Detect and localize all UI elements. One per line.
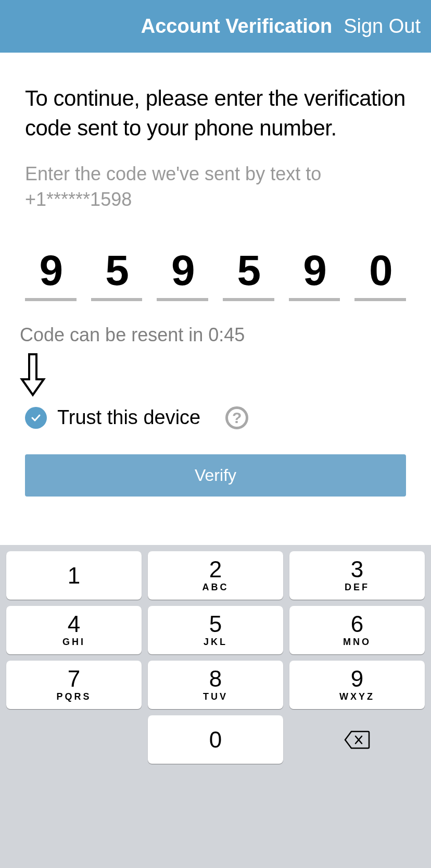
keypad-digit: 5 xyxy=(209,613,222,636)
phone-hint-text: Enter the code we've sent by text to +1*… xyxy=(25,162,406,212)
arrow-down-icon xyxy=(20,353,46,397)
keypad-letters: JKL xyxy=(204,637,227,648)
keypad-letters: MNO xyxy=(343,637,371,648)
resend-countdown-text: Code can be resent in 0:45 xyxy=(20,324,406,346)
page-title: Account Verification xyxy=(141,15,332,38)
code-digit-2[interactable]: 5 xyxy=(91,246,143,301)
keypad-key-6[interactable]: 6MNO xyxy=(289,606,425,654)
trust-device-row: Trust this device ? xyxy=(25,406,406,429)
keypad-key-0[interactable]: 0 xyxy=(148,715,283,764)
keypad-letters: DEF xyxy=(345,582,370,593)
keypad-letters: WXYZ xyxy=(339,691,375,702)
app-header: Account Verification Sign Out xyxy=(0,0,431,53)
keypad-digit: 0 xyxy=(209,728,222,751)
keypad-key-3[interactable]: 3DEF xyxy=(289,551,425,600)
instruction-text: To continue, please enter the verificati… xyxy=(25,84,406,143)
keypad-backspace[interactable] xyxy=(289,715,425,764)
keypad-key-2[interactable]: 2ABC xyxy=(148,551,283,600)
code-input-row: 9 5 9 5 9 0 xyxy=(25,246,406,301)
keypad-key-9[interactable]: 9WXYZ xyxy=(289,661,425,709)
trust-device-label: Trust this device xyxy=(57,406,200,429)
trust-device-checkbox[interactable] xyxy=(25,407,47,429)
keypad-empty xyxy=(6,715,142,764)
numeric-keypad: 12ABC3DEF4GHI5JKL6MNO7PQRS8TUV9WXYZ0 xyxy=(0,545,431,868)
keypad-letters: TUV xyxy=(203,691,228,702)
keypad-digit: 2 xyxy=(209,558,222,581)
checkmark-icon xyxy=(30,412,42,424)
keypad-digit: 7 xyxy=(68,667,80,690)
help-icon[interactable]: ? xyxy=(225,406,248,429)
main-content: To continue, please enter the verificati… xyxy=(0,53,431,497)
keypad-digit: 9 xyxy=(351,667,363,690)
keypad-key-7[interactable]: 7PQRS xyxy=(6,661,142,709)
verify-button[interactable]: Verify xyxy=(25,454,406,497)
keypad-letters: GHI xyxy=(62,637,85,648)
sign-out-link[interactable]: Sign Out xyxy=(344,15,421,38)
keypad-letters: PQRS xyxy=(56,691,91,702)
keypad-digit: 6 xyxy=(351,613,363,636)
keypad-digit: 8 xyxy=(209,667,222,690)
code-digit-5[interactable]: 9 xyxy=(289,246,340,301)
code-digit-3[interactable]: 9 xyxy=(157,246,208,301)
code-digit-6[interactable]: 0 xyxy=(354,246,406,301)
keypad-digit: 3 xyxy=(351,558,363,581)
keypad-key-1[interactable]: 1 xyxy=(6,551,142,600)
keypad-key-4[interactable]: 4GHI xyxy=(6,606,142,654)
backspace-icon xyxy=(344,730,370,750)
code-digit-4[interactable]: 5 xyxy=(223,246,274,301)
keypad-digit: 1 xyxy=(68,564,80,587)
keypad-digit: 4 xyxy=(68,613,80,636)
keypad-letters: ABC xyxy=(202,582,229,593)
keypad-key-5[interactable]: 5JKL xyxy=(148,606,283,654)
code-digit-1[interactable]: 9 xyxy=(25,246,77,301)
keypad-key-8[interactable]: 8TUV xyxy=(148,661,283,709)
